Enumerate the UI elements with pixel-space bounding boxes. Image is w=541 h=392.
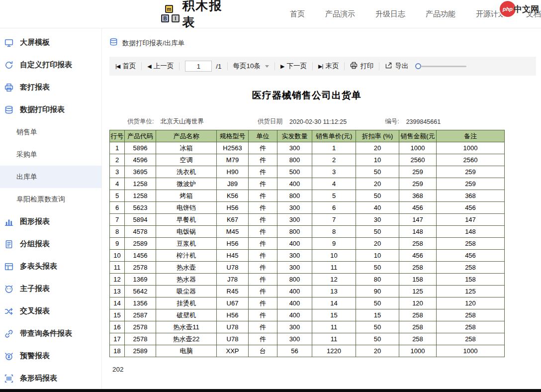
- sidebar-item-data-print-report[interactable]: 数据打印报表: [0, 98, 101, 121]
- table-row: 2 4596 空调 M79 件 800 2 10 2560 2560: [110, 154, 505, 166]
- cell-product-name: 挂烫机: [156, 297, 217, 309]
- first-page-icon: |◀: [115, 63, 120, 70]
- nav-item-product-demo[interactable]: 产品演示: [325, 9, 355, 19]
- cell-discount-rate: 50: [356, 262, 399, 274]
- sidebar: 大屏模板 自定义打印报表 套打报表 数据打印报表 销售单 采购单 出库单 阜阳检…: [0, 28, 102, 392]
- cell-discount-rate: 15: [356, 309, 399, 321]
- pagination-toolbar: |◀ 首页 ◀ 上一页 /1 每页10条 ▶ 下一页 ▶| 末页: [109, 57, 536, 76]
- cell-spec-model: H45: [217, 250, 249, 262]
- refresh-icon: [4, 60, 14, 70]
- cell-unit-price: 15: [312, 309, 356, 321]
- sidebar-subitem-sales-order[interactable]: 销售单: [0, 121, 101, 143]
- cell-sales-amount: 1000: [399, 345, 437, 357]
- table-header-cell: 规格型号: [217, 130, 249, 142]
- cell-sales-amount: 456: [399, 250, 437, 262]
- bar-chart-icon: [4, 217, 14, 226]
- table-row: 1 5896 冰箱 H2563 件 300 1 20 1000 1000: [110, 142, 505, 154]
- cell-sales-amount: 368: [399, 190, 437, 202]
- last-page-button[interactable]: ▶| 末页: [318, 62, 339, 71]
- cell-spec-model: H56: [217, 309, 249, 321]
- divider: [379, 62, 379, 70]
- sidebar-item-multi-header-report[interactable]: 多表头报表: [0, 255, 101, 278]
- cell-unit-price: 9: [312, 238, 356, 250]
- cell-sales-amount: 158: [399, 274, 437, 286]
- cell-product-code: 4578: [125, 226, 156, 238]
- cell-discount-rate: 50: [356, 333, 399, 345]
- divider: [179, 62, 180, 70]
- zoom-slider[interactable]: [415, 63, 466, 69]
- order-no-value: 2399845661: [406, 118, 441, 125]
- table-row: 15 2587 破壁机 H56 件 400 15 15 258 258: [110, 309, 505, 321]
- cell-spec-model: H2563: [217, 142, 249, 154]
- logo-blocks-icon: m B I: [160, 3, 180, 24]
- alarm-icon: [4, 351, 14, 361]
- page-number-input[interactable]: [185, 61, 212, 72]
- next-page-button[interactable]: ▶ 下一页: [280, 62, 307, 71]
- sidebar-item-overlay-print-report[interactable]: 套打报表: [0, 76, 101, 98]
- sidebar-item-group-report[interactable]: 分组报表: [0, 233, 101, 255]
- cell-remark: 258: [437, 309, 505, 321]
- nav-item-changelog[interactable]: 升级日志: [375, 9, 405, 19]
- cell-unit: 件: [249, 142, 277, 154]
- sidebar-item-dashboard-template[interactable]: 大屏模板: [0, 31, 101, 54]
- database-icon: [4, 105, 14, 114]
- cell-unit: 件: [249, 321, 277, 333]
- sidebar-subitem-purchase-order[interactable]: 采购单: [0, 143, 101, 166]
- logo-text: 积木报表: [182, 0, 230, 30]
- report-info-row: 供货单位: 北京天山海世界 供货日期 2020-02-30 11:12:25 编…: [109, 117, 504, 126]
- nav-item-product-features[interactable]: 产品功能: [426, 9, 455, 19]
- cell-row-no: 9: [110, 238, 125, 250]
- cell-row-no: 15: [110, 309, 125, 321]
- cell-actual-qty: 56: [277, 345, 312, 357]
- cell-product-code: 2587: [125, 309, 156, 321]
- export-button[interactable]: 导出: [385, 62, 408, 71]
- cell-unit: 件: [249, 274, 277, 286]
- first-page-button[interactable]: |◀ 首页: [115, 62, 136, 71]
- sidebar-item-master-detail-report[interactable]: 主子报表: [0, 278, 101, 300]
- table-row: 8 4578 电饭锅 M45 件 800 8 50 148 148: [110, 226, 505, 238]
- cell-remark: 259: [437, 166, 505, 178]
- table-header-cell: 产品名称: [156, 130, 217, 142]
- table-row: 3 3695 洗衣机 H90 件 500 3 50 259 259: [110, 166, 505, 178]
- cell-product-name: 冰箱: [156, 142, 217, 154]
- page-size-dropdown[interactable]: 每页10条: [233, 62, 270, 71]
- cell-discount-rate: 50: [356, 321, 399, 333]
- sidebar-item-graph-report[interactable]: 图形报表: [0, 210, 101, 233]
- prev-page-icon: ◀: [147, 63, 151, 70]
- sidebar-item-barcode-report[interactable]: 条形码报表: [0, 367, 101, 390]
- divider: [227, 62, 228, 70]
- cell-spec-model: K67: [217, 214, 249, 226]
- table-icon: [4, 262, 14, 271]
- cell-remark: 1000: [437, 142, 505, 154]
- sidebar-item-alert-report[interactable]: 预警报表: [0, 345, 101, 367]
- nav-item-home[interactable]: 首页: [290, 9, 305, 19]
- cell-product-name: 电饼铛: [156, 202, 217, 214]
- print-button[interactable]: 打印: [350, 62, 373, 71]
- cell-row-no: 7: [110, 214, 125, 226]
- cell-unit-price: 10: [312, 250, 356, 262]
- sidebar-subitem-outbound-order[interactable]: 出库单: [0, 166, 101, 188]
- cell-sales-amount: 147: [399, 214, 437, 226]
- cell-product-name: 榨汁机: [156, 250, 217, 262]
- sidebar-item-query-condition-report[interactable]: 带查询条件报表: [0, 322, 101, 345]
- sidebar-item-custom-print-report[interactable]: 自定义打印报表: [0, 54, 101, 76]
- outbound-order-table: 行号产品代码产品名称规格型号单位实发数量销售单价(元)折扣率 (%)销售金额(元…: [109, 130, 505, 357]
- divider: [141, 62, 142, 70]
- cell-product-code: 2578: [125, 333, 156, 345]
- cell-remark: 258: [437, 262, 505, 274]
- sidebar-item-cross-report[interactable]: 交叉报表: [0, 300, 101, 322]
- sidebar-subitem-fuyang-ticket-query[interactable]: 阜阳检票数查询: [0, 188, 101, 210]
- cell-discount-rate: 50: [356, 190, 399, 202]
- cell-sales-amount: 2560: [399, 154, 437, 166]
- cell-spec-model: H56: [217, 202, 249, 214]
- prev-page-button[interactable]: ◀ 上一页: [147, 62, 174, 71]
- cell-unit-price: 7: [312, 214, 356, 226]
- table-row: 12 1369 热水器 J78 件 800 12 80 158 158: [110, 274, 505, 286]
- cell-spec-model: M45: [217, 226, 249, 238]
- cell-row-no: 17: [110, 333, 125, 345]
- cell-remark: 456: [437, 202, 505, 214]
- cell-product-name: 豆浆机: [156, 238, 217, 250]
- cell-unit: 件: [249, 178, 277, 190]
- table-row: 4 1258 微波炉 J89 件 400 4 20 259 259: [110, 178, 505, 190]
- last-page-icon: ▶|: [318, 63, 323, 70]
